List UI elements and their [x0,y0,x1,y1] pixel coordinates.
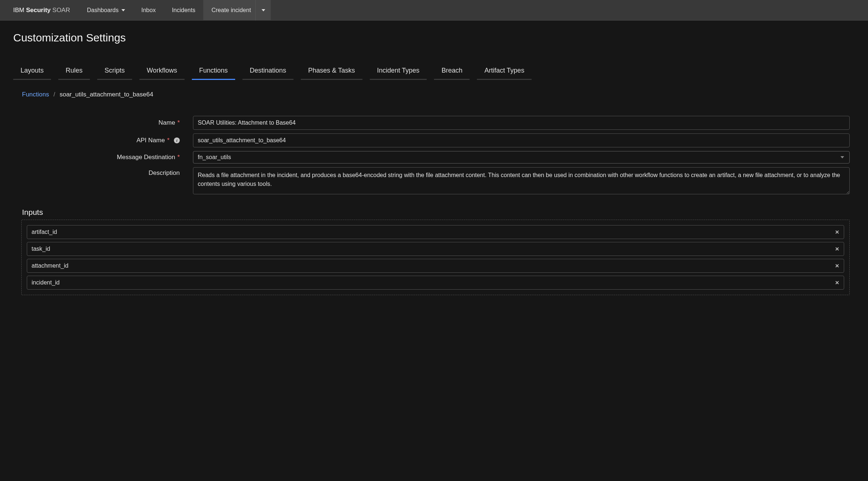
nav-incidents-label: Incidents [172,7,195,14]
tab-layouts[interactable]: Layouts [13,63,51,80]
label-name: Name* [13,119,193,126]
label-message-destination: Message Destination* [13,154,193,161]
required-star: * [167,137,169,144]
label-description: Description [13,167,193,177]
row-api-name: API Name* i [13,133,855,147]
tab-functions[interactable]: Functions [192,63,235,80]
api-name-input[interactable] [193,133,850,147]
brand-text-ibm: IBM [13,7,24,14]
input-tag-task-id[interactable]: task_id ✕ [27,242,844,256]
input-tag-label: attachment_id [32,262,69,269]
tab-rules[interactable]: Rules [58,63,90,80]
remove-icon[interactable]: ✕ [835,280,839,286]
nav-inbox-label: Inbox [141,7,156,14]
message-destination-select[interactable]: fn_soar_utils [193,151,850,164]
description-textarea[interactable] [193,167,850,194]
breadcrumb-root-link[interactable]: Functions [22,91,49,98]
required-star: * [177,119,180,126]
name-input[interactable] [193,116,850,130]
label-api-name: API Name* i [13,137,193,144]
select-value: fn_soar_utils [198,154,231,161]
breadcrumb-current: soar_utils_attachment_to_base64 [59,91,153,98]
tab-breach[interactable]: Breach [434,63,470,80]
brand-text-soar: SOAR [52,7,70,14]
row-name: Name* [13,116,855,130]
tab-artifact-types[interactable]: Artifact Types [477,63,532,80]
settings-tabs: Layouts Rules Scripts Workflows Function… [13,63,855,80]
input-tag-artifact-id[interactable]: artifact_id ✕ [27,225,844,239]
input-tag-label: task_id [32,246,50,252]
nav-dashboards[interactable]: Dashboards [79,0,133,21]
tab-destinations[interactable]: Destinations [242,63,293,80]
breadcrumb-separator: / [54,91,55,98]
inputs-title: Inputs [22,208,855,217]
input-tag-label: incident_id [32,279,60,286]
tab-phases-tasks[interactable]: Phases & Tasks [301,63,362,80]
page-content: Customization Settings Layouts Rules Scr… [0,21,868,306]
breadcrumb: Functions / soar_utils_attachment_to_bas… [22,91,855,98]
input-tag-incident-id[interactable]: incident_id ✕ [27,276,844,290]
caret-down-icon [262,9,265,11]
remove-icon[interactable]: ✕ [835,229,839,235]
brand-logo: IBM Security SOAR [0,7,79,14]
inputs-box: artifact_id ✕ task_id ✕ attachment_id ✕ … [21,220,850,295]
topbar: IBM Security SOAR Dashboards Inbox Incid… [0,0,868,21]
tab-incident-types[interactable]: Incident Types [370,63,427,80]
create-incident-dropdown[interactable] [255,0,271,21]
nav-incidents[interactable]: Incidents [164,0,203,21]
remove-icon[interactable]: ✕ [835,246,839,252]
caret-down-icon [840,156,844,158]
info-icon[interactable]: i [174,137,180,143]
nav-create-incident[interactable]: Create incident [203,0,255,21]
brand-text-security: Security [26,7,51,14]
caret-down-icon [121,9,125,11]
nav-inbox[interactable]: Inbox [133,0,164,21]
row-description: Description [13,167,855,195]
required-star: * [177,154,180,161]
input-tag-attachment-id[interactable]: attachment_id ✕ [27,259,844,273]
tab-workflows[interactable]: Workflows [139,63,185,80]
nav-dashboards-label: Dashboards [87,7,118,14]
remove-icon[interactable]: ✕ [835,263,839,269]
page-title: Customization Settings [13,32,855,44]
input-tag-label: artifact_id [32,229,57,235]
row-message-destination: Message Destination* fn_soar_utils [13,151,855,164]
nav-create-label: Create incident [211,7,251,14]
tab-scripts[interactable]: Scripts [97,63,132,80]
